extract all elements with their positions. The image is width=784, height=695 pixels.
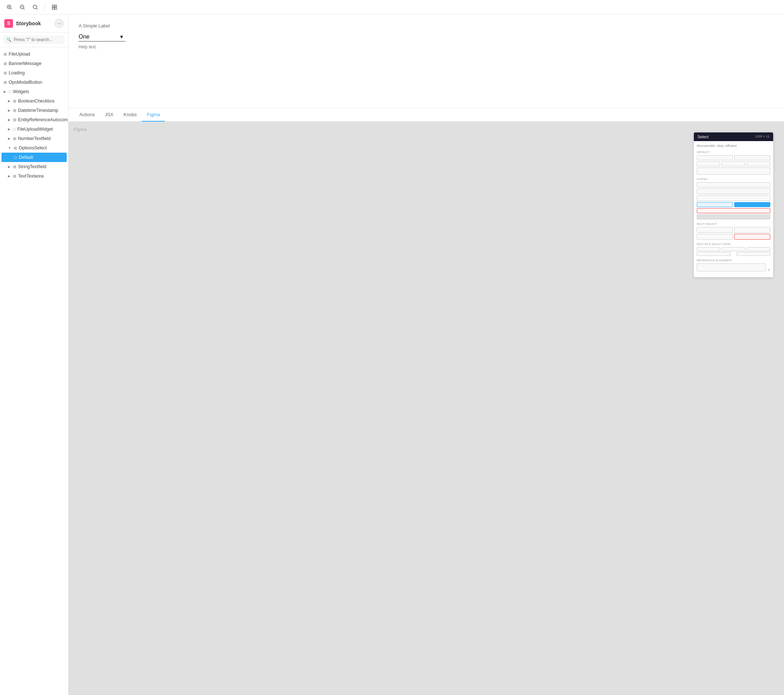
zoom-reset-button[interactable] — [30, 2, 40, 12]
figma-card-title: Select — [697, 135, 708, 139]
sidebar-item-string-textfield[interactable]: ▶ ⊞ StringTextfield — [0, 162, 68, 172]
figma-ref-1 — [697, 263, 766, 271]
figma-card-header: Select 1100 × 11 — [694, 132, 773, 141]
tab-figma[interactable]: Figma — [142, 108, 165, 122]
figma-multi-1 — [697, 227, 733, 233]
sidebar-item-widgets[interactable]: ▶ □ Widgets — [0, 87, 68, 96]
figma-section-3: Multi select — [697, 222, 770, 239]
app-name: Storybook — [16, 21, 51, 26]
svg-rect-10 — [55, 5, 57, 7]
figma-section-4: Multiple select row — [697, 243, 770, 256]
figma-section-2: States — [697, 178, 770, 220]
tab-content: Figma Select 1100 × 11 discoverable, cle… — [69, 122, 784, 695]
toolbar-divider — [45, 3, 45, 11]
figma-mini-2 — [721, 247, 745, 251]
tab-knobs[interactable]: Knobs — [118, 108, 142, 122]
search-input-wrap[interactable]: 🔍 — [3, 35, 64, 44]
chevron-icon: ▶ — [8, 109, 10, 112]
figma-select-4 — [721, 161, 745, 166]
top-toolbar — [0, 0, 784, 15]
preview-field-label: A Simple Label — [79, 23, 774, 28]
figma-select-7 — [697, 182, 770, 187]
zoom-out-button[interactable] — [17, 2, 27, 12]
sidebar-item-number-textfield[interactable]: ▶ ⊞ NumberTextfield — [0, 134, 68, 143]
figma-select-8 — [697, 188, 770, 194]
figma-ref-indicator: ◆ — [768, 268, 770, 271]
figma-multi-3 — [697, 234, 733, 239]
sidebar-item-file-upload[interactable]: ⊞ FileUpload — [0, 50, 68, 59]
svg-rect-9 — [52, 5, 54, 7]
search-bar: 🔍 — [0, 33, 68, 47]
chevron-icon: ▶ — [8, 127, 10, 131]
figma-multi-2 — [734, 227, 770, 233]
tab-actions[interactable]: Actions — [74, 108, 100, 122]
component-icon: ⊞ — [13, 165, 16, 169]
chevron-icon: ▶ — [8, 165, 10, 168]
sidebar-item-banner-message[interactable]: ⊞ BannerMessage — [0, 59, 68, 68]
svg-rect-11 — [52, 8, 54, 9]
figma-panel: Figma Select 1100 × 11 discoverable, cle… — [69, 122, 784, 695]
figma-select-6 — [697, 167, 770, 175]
zoom-in-button[interactable] — [4, 2, 15, 12]
sidebar-item-default[interactable]: ⬡ Default — [2, 153, 67, 162]
sidebar-item-text-textarea[interactable]: ▶ ⊞ TextTextarea — [0, 172, 68, 181]
figma-section-5: Reference alignment ◆ — [697, 259, 770, 271]
svg-point-7 — [33, 5, 37, 9]
component-icon: ⊞ — [13, 108, 16, 113]
sidebar-header: S Storybook ··· — [0, 15, 68, 33]
sidebar-item-file-upload-widget[interactable]: ▶ □ FileUploadWidget — [0, 124, 68, 134]
chevron-icon: ▶ — [8, 174, 10, 178]
component-icon: ⊞ — [3, 52, 7, 57]
chevron-icon: ▶ — [8, 118, 10, 122]
sidebar-item-ops-modal-button[interactable]: ⊞ OpsModalButton — [0, 78, 68, 87]
search-icon: 🔍 — [7, 38, 12, 42]
main-layout: S Storybook ··· 🔍 ⊞ FileUpload ⊞ BannerM… — [0, 15, 784, 695]
figma-section-1: Default — [697, 150, 770, 175]
sidebar-item-loading[interactable]: ⊞ Loading — [0, 68, 68, 78]
sidebar-item-options-select[interactable]: ▼ ⊞ OptionsSelect — [0, 143, 68, 153]
sidebar-item-datetime-timestamp[interactable]: ▶ ⊞ DatetimeTimestamp — [0, 106, 68, 115]
content-area: A Simple Label One Two Three ▼ Help text… — [69, 15, 784, 695]
figma-select-error — [697, 208, 770, 213]
chevron-icon: ▶ — [8, 99, 10, 103]
figma-mini-1 — [697, 247, 720, 251]
story-icon: ⬡ — [14, 155, 17, 160]
figma-multi-error — [734, 234, 770, 239]
help-text: Help text. — [79, 45, 774, 50]
component-icon: ⊞ — [3, 71, 7, 76]
sidebar-nav: ⊞ FileUpload ⊞ BannerMessage ⊞ Loading ⊞… — [0, 47, 68, 695]
figma-select-disabled — [697, 215, 770, 220]
figma-select-2 — [734, 155, 770, 160]
options-select-field[interactable]: One Two Three — [79, 32, 125, 41]
chevron-icon: ▼ — [8, 146, 11, 150]
grid-button[interactable] — [49, 2, 59, 12]
figma-card-body: discoverable, clear, efficient Default — [694, 141, 773, 277]
sidebar-menu-button[interactable]: ··· — [54, 19, 64, 28]
figma-select-filled — [734, 202, 770, 207]
folder-icon: □ — [13, 127, 15, 131]
figma-card-subtitle: discoverable, clear, efficient — [697, 144, 770, 148]
figma-select-active — [697, 202, 733, 207]
sidebar-item-boolean-checkbox[interactable]: ▶ ⊞ BooleanCheckbox — [0, 96, 68, 106]
component-icon: ⊞ — [14, 146, 17, 150]
search-input[interactable] — [14, 37, 62, 42]
figma-panel-label: Figma — [74, 127, 87, 132]
figma-preview-card: Select 1100 × 11 discoverable, clear, ef… — [694, 132, 773, 277]
svg-line-8 — [36, 8, 38, 9]
figma-select-1 — [697, 155, 733, 160]
svg-line-3 — [10, 8, 12, 9]
component-icon: ⊞ — [3, 80, 7, 85]
figma-select-9 — [697, 195, 770, 201]
tab-jsx[interactable]: JSX — [100, 108, 119, 122]
figma-select-3 — [697, 161, 720, 166]
figma-mini-4 — [697, 252, 731, 256]
figma-select-5 — [747, 161, 770, 166]
component-icon: ⊞ — [13, 136, 16, 141]
sidebar: S Storybook ··· 🔍 ⊞ FileUpload ⊞ BannerM… — [0, 15, 69, 695]
select-wrapper: One Two Three ▼ — [79, 32, 125, 41]
chevron-icon: ▶ — [8, 137, 10, 140]
figma-card-badge: 1100 × 11 — [755, 135, 769, 139]
svg-line-6 — [23, 8, 25, 9]
folder-icon: □ — [9, 89, 11, 94]
sidebar-item-entity-reference[interactable]: ▶ ⊞ EntityReferenceAutocomp… — [0, 115, 68, 124]
